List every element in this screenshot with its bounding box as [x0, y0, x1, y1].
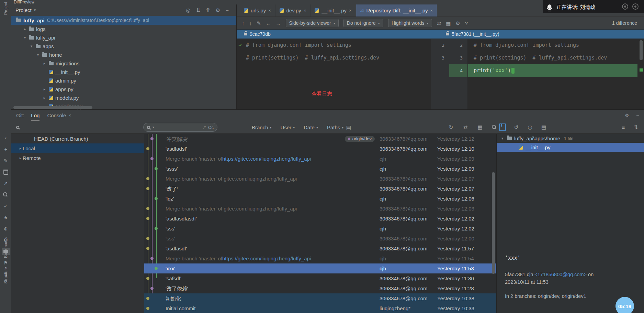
close-icon[interactable]: ×	[349, 8, 352, 13]
commit-row[interactable]: Merge branch 'master' of https://gitee.c…	[144, 154, 496, 164]
viewer-mode-dropdown[interactable]: Side-by-side viewer▾	[286, 19, 339, 27]
chevron-icon[interactable]: ▾	[23, 35, 27, 40]
share-icon[interactable]: ↗	[2, 180, 10, 187]
chevron-icon[interactable]: ▾	[500, 136, 505, 141]
diff-preview-icon[interactable]	[499, 123, 506, 131]
tab-repository-diff[interactable]: Repository Diff: __init__.py ×	[356, 4, 437, 17]
chevron-icon[interactable]: ▸	[42, 61, 47, 66]
collapse-graph-icon[interactable]: ≡	[620, 123, 627, 131]
commit-row[interactable]: Merge branch 'master' of gitee.com:liuqi…	[144, 174, 496, 184]
diff-scrollbar[interactable]: ✓	[637, 39, 644, 109]
settings-icon[interactable]: ⚙	[216, 8, 220, 13]
star-icon[interactable]: ★	[2, 214, 10, 221]
revert-icon[interactable]: ↺	[513, 123, 520, 131]
tree-item[interactable]: ▸ models.py	[11, 94, 236, 102]
commit-row[interactable]: Initial commit liuqingzheng* Yesterday 1…	[144, 303, 496, 313]
chevron-icon[interactable]: ▸	[23, 27, 27, 31]
apply-left-icon[interactable]: ←	[266, 21, 271, 26]
thumbs-up-icon[interactable]	[632, 3, 639, 10]
hide-panel-icon[interactable]: −	[226, 8, 229, 13]
scrollbar-thumb[interactable]	[640, 40, 643, 60]
chevron-icon[interactable]: ▸	[18, 146, 23, 151]
branch-badge[interactable]: origin/dev	[345, 136, 375, 142]
collapse-unchanged-icon[interactable]: ⇄	[437, 21, 441, 26]
hide-panel-icon[interactable]: −	[636, 113, 639, 118]
tree-item[interactable]: ▸ apps.py	[11, 85, 236, 94]
tree-item[interactable]: admin.py	[11, 76, 236, 85]
settings-icon[interactable]: ⚙	[625, 113, 629, 118]
commit-row[interactable]: 'asdfasdfasdf' 306334678@qq.com Yesterda…	[144, 214, 496, 224]
project-selector[interactable]: Project	[15, 7, 32, 13]
tree-item[interactable]: ▾ home	[11, 51, 236, 59]
chevron-icon[interactable]: ▸	[42, 87, 47, 91]
apply-right-icon[interactable]: →	[276, 21, 281, 26]
search-input[interactable]	[157, 124, 201, 130]
delete-icon[interactable]	[2, 168, 10, 176]
tree-item[interactable]: ▾ apps	[11, 42, 236, 51]
collapse-all-icon[interactable]: ⇈	[206, 8, 210, 13]
tree-item[interactable]: ▸ migrations	[11, 59, 236, 68]
branch-item[interactable]: HEAD (Current Branch)	[11, 134, 144, 143]
diff-right-pane[interactable]: # from django.conf import settings # pri…	[468, 39, 637, 109]
edit-icon[interactable]: ✎	[2, 157, 10, 164]
close-icon[interactable]: ×	[268, 8, 271, 13]
checkmark-icon[interactable]: ✓	[2, 202, 10, 210]
tab-log[interactable]: Log ×	[31, 110, 39, 121]
close-icon[interactable]: ×	[430, 8, 433, 13]
help-icon[interactable]: ?	[465, 21, 468, 26]
view-log-link[interactable]: 查看日志	[312, 90, 332, 97]
diff-left-pane[interactable]: ✓✓ # from django.conf import settings # …	[237, 39, 431, 109]
intellisort-icon[interactable]: ⇄	[462, 123, 469, 131]
paths-filter[interactable]: Paths▾	[327, 125, 343, 130]
commit-row[interactable]: 'sss' 306334678@qq.com Yesterday 12:00	[144, 234, 496, 244]
refresh-icon[interactable]: ↻	[448, 123, 454, 131]
settings-icon[interactable]: ⚙	[455, 21, 460, 26]
commit-link[interactable]: https://gitee.com/liuqingzheng/luffy_api	[222, 156, 311, 162]
commit-link[interactable]: https://gitee.com/liuqingzheng/luffy_api	[222, 256, 311, 261]
tree-item[interactable]: __init__.py	[11, 68, 236, 76]
search-icon[interactable]	[16, 126, 19, 129]
grid-icon[interactable]: ▦	[446, 21, 451, 26]
date-filter[interactable]: Date▾	[304, 125, 318, 130]
user-filter[interactable]: User▾	[281, 125, 295, 130]
author-email-link[interactable]: <171856800@qq.com>	[534, 272, 587, 277]
back-icon[interactable]: ‹	[2, 134, 10, 142]
tree-item[interactable]: ▾ luffy_api	[11, 33, 236, 42]
changed-dir-row[interactable]: ▾ luffy_api\apps\home 1 file	[497, 134, 644, 143]
commit-row[interactable]: 初始化 306334678@qq.com Yesterday 10:38	[144, 293, 496, 303]
commit-row[interactable]: Merge branch 'master' of https://gitee.c…	[144, 253, 496, 263]
web-icon[interactable]: ⊕	[2, 225, 10, 233]
expand-graph-icon[interactable]: ⇅	[632, 123, 639, 131]
search-icon[interactable]	[2, 191, 10, 198]
commit-row[interactable]: '改了' 306334678@qq.com Yesterday 12:07	[144, 184, 496, 194]
chevron-icon[interactable]: ▸	[42, 96, 47, 100]
expand-all-icon[interactable]: ⇊	[196, 8, 201, 13]
tab-dev-py[interactable]: dev.py ×	[275, 4, 311, 17]
add-icon[interactable]: +	[2, 145, 10, 153]
clap-icon[interactable]	[622, 3, 628, 10]
commit-row[interactable]: 'sss' cjh Yesterday 12:02	[144, 224, 496, 234]
locate-icon[interactable]: ◎	[186, 8, 191, 13]
chevron-icon[interactable]: ▾	[36, 53, 40, 57]
regex-toggle[interactable]: .*	[203, 125, 206, 130]
next-change-icon[interactable]: ↓	[249, 21, 252, 26]
commit-row[interactable]: 'ssss' cjh Yesterday 12:09	[144, 164, 496, 174]
commit-row[interactable]: 'asdfasdf' 306334678@qq.com Yesterday 11…	[144, 244, 496, 253]
vertical-scrollbar[interactable]	[492, 172, 495, 274]
horizontal-scrollbar[interactable]	[13, 106, 92, 109]
project-root-row[interactable]: luffy_api C:\Users\Administrator\Desktop…	[11, 16, 236, 25]
highlight-mode-dropdown[interactable]: Highlight words▾	[388, 19, 432, 27]
history-icon[interactable]: ◷	[527, 123, 533, 131]
tab-console[interactable]: Console ×	[47, 110, 71, 121]
ignore-policy-dropdown[interactable]: Do not ignore▾	[343, 19, 383, 27]
commit-row[interactable]: '冲突解决' origin/dev 306334678@qq.com Yeste…	[144, 134, 496, 144]
stripe-tab-structure[interactable]: Structure	[3, 267, 8, 284]
branch-item[interactable]: ▸ Remote	[11, 153, 144, 163]
commit-row[interactable]: 'safsdf' 306334678@qq.com Yesterday 11:3…	[144, 273, 496, 283]
close-icon[interactable]: ×	[304, 8, 306, 13]
chevron-down-icon[interactable]: ▾	[152, 126, 154, 129]
changed-file-row[interactable]: __init__.py	[497, 143, 644, 152]
commit-row[interactable]: '改了依赖' 306334678@qq.com Yesterday 11:28	[144, 283, 496, 293]
commit-row[interactable]: 'xxx' cjh Yesterday 11:53	[144, 263, 496, 273]
chevron-icon[interactable]: ▾	[29, 44, 34, 48]
